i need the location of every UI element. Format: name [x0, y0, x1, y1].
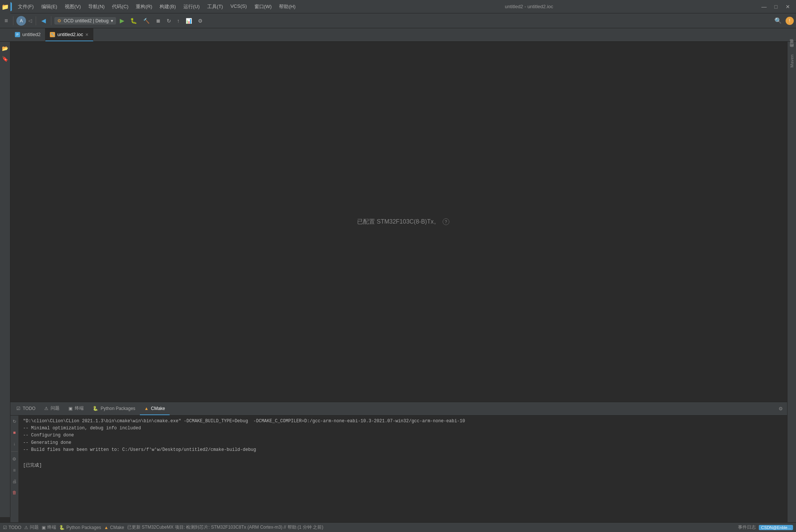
delete-button[interactable]: 🗑 — [10, 488, 19, 497]
menu-code[interactable]: 代码(C) — [108, 1, 132, 12]
console-line-4: -- Generating done — [23, 439, 789, 446]
right-label-structure[interactable]: 结构 — [788, 49, 795, 52]
status-terminal[interactable]: ▣ 终端 — [42, 524, 56, 531]
console-container: ↻ ■ ↓ ⚙ ≡ 🖨 🗑 "D:\clion\CLion\CLion 2021… — [10, 416, 796, 532]
bp-tab-problems-label: 问题 — [51, 405, 60, 411]
bp-tab-cmake[interactable]: ▲ CMake — [140, 402, 170, 415]
status-event-log[interactable]: 事件日志 — [738, 524, 756, 531]
maximize-button[interactable]: □ — [771, 1, 781, 12]
tab-file[interactable]: 🔧 untitled2.ioc × — [45, 28, 93, 41]
status-todo-label: TODO — [9, 525, 21, 530]
print-button[interactable]: 🖨 — [10, 477, 19, 486]
menu-navigate[interactable]: 导航(N) — [84, 1, 108, 12]
bp-tab-terminal-label: 终端 — [75, 405, 84, 411]
status-bar: ☑ TODO ⚠ 问题 ▣ 终端 🐍 Python Packages ▲ CMa… — [0, 522, 796, 532]
status-bar-main: 已更新 STM32CubeMX 项目: 检测到芯片: STM32F103C8Tx… — [127, 524, 735, 531]
event-log-label: 事件日志 — [738, 524, 756, 531]
console-left-tools: ↻ ■ ↓ ⚙ ≡ 🖨 🗑 — [10, 416, 19, 532]
menu-file[interactable]: 文件(F) — [14, 1, 38, 12]
back-button[interactable]: ◀ — [39, 16, 48, 26]
menu-bar: 文件(F) 编辑(E) 视图(V) 导航(N) 代码(C) 重构(R) 构建(B… — [14, 1, 299, 12]
menu-vcs[interactable]: VCS(S) — [227, 1, 250, 12]
file-icon: 🔧 — [50, 32, 55, 37]
build-config-selector[interactable]: ⚙ OCD untitled2 | Debug ▾ — [54, 17, 116, 25]
sidebar-icon-bookmark[interactable]: 🔖 — [1, 54, 10, 63]
reload-button[interactable]: ↻ — [164, 16, 173, 26]
python-icon: 🐍 — [93, 406, 98, 411]
status-todo[interactable]: ☑ TODO — [3, 525, 21, 530]
menu-view[interactable]: 视图(V) — [61, 1, 84, 12]
todo-icon: ☑ — [16, 406, 20, 411]
minimize-button[interactable]: — — [759, 1, 769, 12]
bottom-panel-tabs: ☑ CMake TODO ⚠ 问题 ▣ 终端 🐍 Python Packages… — [10, 402, 796, 416]
up-button[interactable]: ↑ — [175, 16, 182, 26]
sidebar-icon-project[interactable]: 📂 — [1, 44, 10, 53]
menu-build[interactable]: 构建(B) — [156, 1, 179, 12]
left-sidebar: 📂 🔖 — [0, 42, 10, 517]
status-cmake[interactable]: ▲ CMake — [104, 525, 124, 530]
menu-help[interactable]: 帮助(H) — [275, 1, 299, 12]
editor-area: 已配置 STM32F103C(8-B)Tx。 ? — [10, 42, 796, 402]
menu-run[interactable]: 运行(U) — [180, 1, 203, 12]
problems-icon: ⚠ — [44, 406, 48, 411]
toolbar-separator-2 — [36, 16, 36, 25]
console-line-done: [已完成] — [23, 462, 789, 469]
status-main-text: 已更新 STM32CubeMX 项目: 检测到芯片: STM32F103C8Tx… — [127, 525, 323, 530]
console-line-3: -- Configuring done — [23, 432, 789, 439]
menu-window[interactable]: 窗口(W) — [251, 1, 276, 12]
menu-tools[interactable]: 工具(T) — [203, 1, 227, 12]
notifications-button[interactable]: ! — [786, 17, 794, 25]
user-avatar[interactable]: A — [16, 16, 26, 26]
tab-project[interactable]: P untitled2 — [10, 28, 45, 41]
bottom-panel: ☑ CMake TODO ⚠ 问题 ▣ 终端 🐍 Python Packages… — [10, 402, 796, 532]
reload-cmake-button[interactable]: ↻ — [10, 417, 19, 426]
right-sidebar-labels: 书签 结构 Maven — [787, 42, 796, 522]
status-python[interactable]: 🐍 Python Packages — [59, 525, 101, 530]
run-button[interactable]: ▶ — [118, 16, 126, 26]
console-line-5: -- Build files have been written to: C:/… — [23, 446, 789, 454]
toolbar-separator-1 — [13, 16, 13, 25]
bp-tab-python-packages[interactable]: 🐍 Python Packages — [88, 402, 139, 415]
project-icon: P — [15, 32, 20, 37]
bp-settings-button[interactable]: ⚙ — [777, 405, 785, 413]
menu-refactor[interactable]: 重构(R) — [132, 1, 156, 12]
window-title: untitled2 - untitled2.ioc — [299, 4, 759, 9]
cmake-settings-button[interactable]: ⚙ — [10, 455, 19, 464]
help-icon[interactable]: ? — [443, 218, 449, 225]
build-button[interactable]: 🔨 — [141, 16, 152, 26]
status-problems[interactable]: ⚠ 问题 — [24, 524, 39, 531]
toolbar: ≡ A ◁ ◀ ⚙ OCD untitled2 | Debug ▾ ▶ 🐛 🔨 … — [0, 13, 796, 28]
bp-tab-todo[interactable]: ☑ CMake TODO — [12, 402, 40, 415]
project-nav-button[interactable]: ≡ — [2, 16, 10, 26]
close-button[interactable]: ✕ — [783, 1, 793, 12]
scroll-down-button[interactable]: ↓ — [10, 439, 19, 448]
console-line-2: -- Minimal optimization, debug info incl… — [23, 425, 789, 432]
settings-button[interactable]: ⚙ — [196, 16, 205, 26]
right-label-maven[interactable]: Maven — [789, 53, 795, 69]
console-output[interactable]: "D:\clion\CLion\CLion 2021.1.3\bin\cmake… — [19, 416, 792, 532]
window-controls: — □ ✕ — [759, 1, 793, 12]
chip-config-display: 已配置 STM32F103C(8-B)Tx。 ? — [357, 218, 449, 226]
menu-edit[interactable]: 编辑(E) — [38, 1, 61, 12]
status-right-badge[interactable]: CSDN@Enble... — [759, 525, 793, 530]
status-python-label: Python Packages — [66, 525, 101, 530]
profile-button[interactable]: 📊 — [183, 16, 194, 26]
bp-tab-problems[interactable]: ⚠ 问题 — [40, 402, 64, 415]
stop-cmake-button[interactable]: ■ — [10, 428, 19, 437]
tab-file-label: untitled2.ioc — [57, 32, 83, 37]
bp-tab-terminal[interactable]: ▣ 终端 — [64, 402, 88, 415]
tab-close-button[interactable]: × — [86, 32, 89, 38]
status-terminal-label: 终端 — [47, 524, 56, 531]
bp-tab-python-label: Python Packages — [100, 406, 135, 411]
main-content: 已配置 STM32F103C(8-B)Tx。 ? ☑ CMake TODO ⚠ … — [10, 42, 796, 532]
search-everywhere-button[interactable]: 🔍 — [772, 16, 784, 26]
filter-button[interactable]: ≡ — [10, 466, 19, 475]
chip-config-text: 已配置 STM32F103C(8-B)Tx。 — [357, 218, 439, 226]
right-label-bookmarks[interactable]: 书签 — [788, 45, 795, 48]
tab-bar: 📁 P untitled2 🔧 untitled2.ioc × — [0, 28, 796, 42]
cmake-icon: ▲ — [144, 406, 149, 411]
project-files-icon[interactable]: 📁 — [1, 3, 9, 10]
debug-button[interactable]: 🐛 — [128, 16, 139, 26]
console-line-1: "D:\clion\CLion\CLion 2021.1.3\bin\cmake… — [23, 418, 789, 425]
stop-button[interactable]: ⏹ — [153, 16, 163, 26]
